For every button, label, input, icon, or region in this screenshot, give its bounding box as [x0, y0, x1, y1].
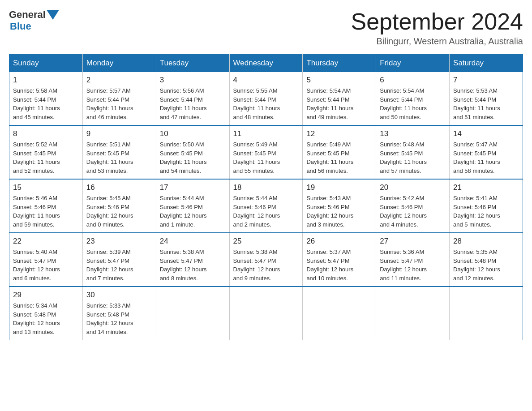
day-number: 27 [380, 237, 446, 246]
cell-info: Sunrise: 5:50 AMSunset: 5:45 PMDaylight:… [160, 140, 226, 175]
calendar-header-friday: Friday [376, 54, 450, 73]
cell-info: Sunrise: 5:48 AMSunset: 5:45 PMDaylight:… [380, 140, 446, 175]
cell-info: Sunrise: 5:36 AMSunset: 5:47 PMDaylight:… [380, 248, 446, 283]
calendar-cell: 12 Sunrise: 5:49 AMSunset: 5:45 PMDaylig… [303, 125, 376, 179]
cell-info: Sunrise: 5:33 AMSunset: 5:48 PMDaylight:… [86, 301, 152, 336]
calendar-cell: 23 Sunrise: 5:39 AMSunset: 5:47 PMDaylig… [82, 233, 156, 287]
calendar-header-wednesday: Wednesday [229, 54, 303, 73]
calendar-cell [156, 287, 229, 340]
logo-blue-text: Blue [10, 21, 31, 32]
calendar-cell: 3 Sunrise: 5:56 AMSunset: 5:44 PMDayligh… [156, 72, 229, 125]
logo-general-text: General [9, 9, 46, 21]
day-number: 14 [453, 129, 519, 138]
calendar-header-row: SundayMondayTuesdayWednesdayThursdayFrid… [9, 54, 523, 73]
day-number: 28 [453, 237, 519, 246]
day-number: 7 [453, 76, 519, 85]
calendar-cell: 18 Sunrise: 5:44 AMSunset: 5:46 PMDaylig… [229, 179, 303, 233]
day-number: 20 [380, 183, 446, 192]
day-number: 12 [306, 129, 372, 138]
day-number: 16 [86, 183, 152, 192]
cell-info: Sunrise: 5:58 AMSunset: 5:44 PMDaylight:… [13, 86, 79, 121]
calendar-cell: 11 Sunrise: 5:49 AMSunset: 5:45 PMDaylig… [229, 125, 303, 179]
day-number: 18 [233, 183, 299, 192]
cell-info: Sunrise: 5:38 AMSunset: 5:47 PMDaylight:… [233, 248, 299, 283]
day-number: 29 [13, 291, 79, 300]
cell-info: Sunrise: 5:57 AMSunset: 5:44 PMDaylight:… [86, 86, 152, 121]
cell-info: Sunrise: 5:53 AMSunset: 5:44 PMDaylight:… [453, 86, 519, 121]
cell-info: Sunrise: 5:55 AMSunset: 5:44 PMDaylight:… [233, 86, 299, 121]
cell-info: Sunrise: 5:41 AMSunset: 5:46 PMDaylight:… [453, 194, 519, 229]
month-title: September 2024 [351, 9, 523, 34]
day-number: 4 [233, 76, 299, 85]
calendar-table: SundayMondayTuesdayWednesdayThursdayFrid… [9, 54, 523, 340]
day-number: 25 [233, 237, 299, 246]
logo: General Blue [9, 9, 59, 32]
calendar-header-sunday: Sunday [9, 54, 83, 73]
day-number: 21 [453, 183, 519, 192]
cell-info: Sunrise: 5:45 AMSunset: 5:46 PMDaylight:… [86, 194, 152, 229]
calendar-cell: 20 Sunrise: 5:42 AMSunset: 5:46 PMDaylig… [376, 179, 450, 233]
calendar-cell: 5 Sunrise: 5:54 AMSunset: 5:44 PMDayligh… [303, 72, 376, 125]
day-number: 8 [13, 129, 79, 138]
calendar-cell [229, 287, 303, 340]
day-number: 10 [160, 129, 226, 138]
day-number: 24 [160, 237, 226, 246]
calendar-cell: 22 Sunrise: 5:40 AMSunset: 5:47 PMDaylig… [9, 233, 83, 287]
calendar-header-saturday: Saturday [450, 54, 523, 73]
calendar-cell [303, 287, 376, 340]
calendar-cell: 25 Sunrise: 5:38 AMSunset: 5:47 PMDaylig… [229, 233, 303, 287]
cell-info: Sunrise: 5:46 AMSunset: 5:46 PMDaylight:… [13, 194, 79, 229]
calendar-header-monday: Monday [82, 54, 156, 73]
cell-info: Sunrise: 5:35 AMSunset: 5:48 PMDaylight:… [453, 248, 519, 283]
location-text: Bilingurr, Western Australia, Australia [351, 36, 523, 47]
page-header: General Blue September 2024 Bilingurr, W… [9, 9, 523, 47]
calendar-cell: 24 Sunrise: 5:38 AMSunset: 5:47 PMDaylig… [156, 233, 229, 287]
calendar-cell: 30 Sunrise: 5:33 AMSunset: 5:48 PMDaylig… [82, 287, 156, 340]
day-number: 2 [86, 76, 152, 85]
calendar-cell: 14 Sunrise: 5:47 AMSunset: 5:45 PMDaylig… [450, 125, 523, 179]
calendar-cell: 1 Sunrise: 5:58 AMSunset: 5:44 PMDayligh… [9, 72, 83, 125]
cell-info: Sunrise: 5:43 AMSunset: 5:46 PMDaylight:… [306, 194, 372, 229]
calendar-cell [450, 287, 523, 340]
cell-info: Sunrise: 5:51 AMSunset: 5:45 PMDaylight:… [86, 140, 152, 175]
cell-info: Sunrise: 5:52 AMSunset: 5:45 PMDaylight:… [13, 140, 79, 175]
cell-info: Sunrise: 5:39 AMSunset: 5:47 PMDaylight:… [86, 248, 152, 283]
calendar-week-1: 1 Sunrise: 5:58 AMSunset: 5:44 PMDayligh… [9, 72, 523, 125]
cell-info: Sunrise: 5:54 AMSunset: 5:44 PMDaylight:… [306, 86, 372, 121]
calendar-cell: 2 Sunrise: 5:57 AMSunset: 5:44 PMDayligh… [82, 72, 156, 125]
cell-info: Sunrise: 5:38 AMSunset: 5:47 PMDaylight:… [160, 248, 226, 283]
cell-info: Sunrise: 5:49 AMSunset: 5:45 PMDaylight:… [233, 140, 299, 175]
calendar-cell: 27 Sunrise: 5:36 AMSunset: 5:47 PMDaylig… [376, 233, 450, 287]
calendar-header-tuesday: Tuesday [156, 54, 229, 73]
cell-info: Sunrise: 5:54 AMSunset: 5:44 PMDaylight:… [380, 86, 446, 121]
calendar-week-5: 29 Sunrise: 5:34 AMSunset: 5:48 PMDaylig… [9, 287, 523, 340]
day-number: 5 [306, 76, 372, 85]
cell-info: Sunrise: 5:56 AMSunset: 5:44 PMDaylight:… [160, 86, 226, 121]
calendar-cell: 10 Sunrise: 5:50 AMSunset: 5:45 PMDaylig… [156, 125, 229, 179]
day-number: 26 [306, 237, 372, 246]
cell-info: Sunrise: 5:40 AMSunset: 5:47 PMDaylight:… [13, 248, 79, 283]
day-number: 30 [86, 291, 152, 300]
calendar-cell: 16 Sunrise: 5:45 AMSunset: 5:46 PMDaylig… [82, 179, 156, 233]
calendar-week-2: 8 Sunrise: 5:52 AMSunset: 5:45 PMDayligh… [9, 125, 523, 179]
cell-info: Sunrise: 5:37 AMSunset: 5:47 PMDaylight:… [306, 248, 372, 283]
calendar-cell: 13 Sunrise: 5:48 AMSunset: 5:45 PMDaylig… [376, 125, 450, 179]
calendar-week-3: 15 Sunrise: 5:46 AMSunset: 5:46 PMDaylig… [9, 179, 523, 233]
calendar-cell: 29 Sunrise: 5:34 AMSunset: 5:48 PMDaylig… [9, 287, 83, 340]
calendar-cell: 17 Sunrise: 5:44 AMSunset: 5:46 PMDaylig… [156, 179, 229, 233]
calendar-cell: 7 Sunrise: 5:53 AMSunset: 5:44 PMDayligh… [450, 72, 523, 125]
day-number: 9 [86, 129, 152, 138]
day-number: 22 [13, 237, 79, 246]
day-number: 3 [160, 76, 226, 85]
day-number: 13 [380, 129, 446, 138]
day-number: 6 [380, 76, 446, 85]
day-number: 19 [306, 183, 372, 192]
calendar-cell: 26 Sunrise: 5:37 AMSunset: 5:47 PMDaylig… [303, 233, 376, 287]
calendar-cell: 8 Sunrise: 5:52 AMSunset: 5:45 PMDayligh… [9, 125, 83, 179]
title-block: September 2024 Bilingurr, Western Austra… [351, 9, 523, 47]
calendar-cell: 15 Sunrise: 5:46 AMSunset: 5:46 PMDaylig… [9, 179, 83, 233]
day-number: 1 [13, 76, 79, 85]
day-number: 23 [86, 237, 152, 246]
calendar-cell: 21 Sunrise: 5:41 AMSunset: 5:46 PMDaylig… [450, 179, 523, 233]
cell-info: Sunrise: 5:44 AMSunset: 5:46 PMDaylight:… [233, 194, 299, 229]
